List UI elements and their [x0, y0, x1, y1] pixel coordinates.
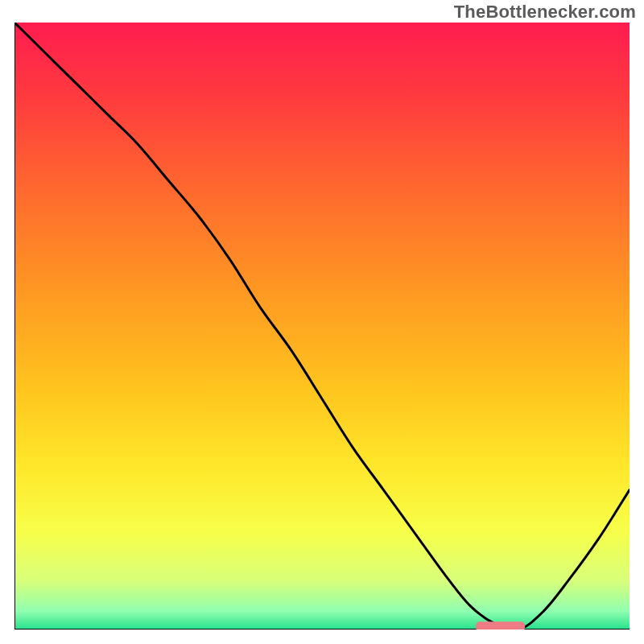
attribution-label: TheBottlenecker.com [454, 2, 636, 23]
bottleneck-curve-chart [14, 23, 630, 630]
chart-stage: TheBottlenecker.com [0, 0, 644, 644]
plot-area [14, 23, 630, 630]
optimal-marker [476, 621, 525, 630]
